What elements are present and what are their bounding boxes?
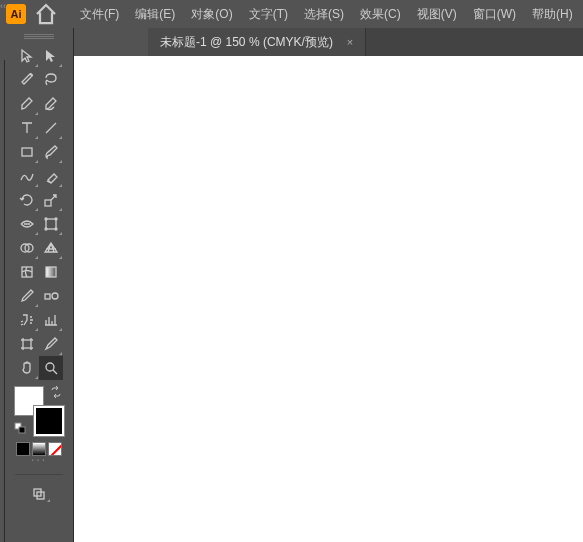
edit-toolbar-icon[interactable] [15, 456, 63, 460]
stroke-color-swatch[interactable] [34, 406, 64, 436]
shape-builder-tool[interactable] [15, 236, 39, 260]
document-tab-title: 未标题-1 @ 150 % (CMYK/预览) [160, 34, 333, 51]
slice-tool[interactable] [39, 332, 63, 356]
zoom-tool[interactable] [39, 356, 63, 380]
svg-rect-0 [22, 148, 32, 156]
close-tab-icon[interactable]: × [343, 35, 357, 49]
home-icon[interactable] [34, 2, 58, 26]
svg-rect-9 [22, 267, 32, 277]
menu-file[interactable]: 文件(F) [72, 0, 127, 28]
menu-view[interactable]: 视图(V) [409, 0, 465, 28]
line-tool[interactable] [39, 116, 63, 140]
svg-rect-1 [45, 200, 51, 206]
hand-tool[interactable] [15, 356, 39, 380]
svg-point-12 [52, 293, 58, 299]
type-tool[interactable] [15, 116, 39, 140]
svg-rect-10 [46, 267, 56, 277]
magic-wand-tool[interactable] [15, 68, 39, 92]
blend-tool[interactable] [39, 284, 63, 308]
color-mode-none[interactable] [48, 442, 62, 456]
gradient-tool[interactable] [39, 260, 63, 284]
app-logo-icon: Ai [6, 4, 26, 24]
pen-tool[interactable] [15, 92, 39, 116]
document-tab[interactable]: 未标题-1 @ 150 % (CMYK/预览) × [148, 28, 366, 56]
width-tool[interactable] [15, 212, 39, 236]
default-fill-stroke-icon[interactable] [14, 422, 26, 434]
scale-tool[interactable] [39, 188, 63, 212]
svg-rect-16 [19, 427, 25, 433]
svg-rect-2 [46, 219, 56, 229]
canvas[interactable] [74, 56, 583, 542]
color-mode-solid[interactable] [16, 442, 30, 456]
menu-window[interactable]: 窗口(W) [465, 0, 524, 28]
menu-object[interactable]: 对象(O) [183, 0, 240, 28]
column-graph-tool[interactable] [39, 308, 63, 332]
rotate-tool[interactable] [15, 188, 39, 212]
svg-rect-11 [45, 294, 50, 299]
symbol-sprayer-tool[interactable] [15, 308, 39, 332]
shaper-tool[interactable] [15, 164, 39, 188]
lasso-tool[interactable] [39, 68, 63, 92]
fill-stroke-swatches [14, 386, 64, 436]
svg-rect-13 [23, 340, 31, 348]
menu-type[interactable]: 文字(T) [241, 0, 296, 28]
document-area: 未标题-1 @ 150 % (CMYK/预览) × [74, 28, 583, 542]
free-transform-tool[interactable] [39, 212, 63, 236]
direct-selection-tool[interactable] [39, 44, 63, 68]
collapse-icon[interactable]: ‹‹ [0, 1, 6, 11]
draw-mode-icon[interactable] [27, 483, 51, 503]
swap-fill-stroke-icon[interactable] [50, 386, 62, 398]
menu-select[interactable]: 选择(S) [296, 0, 352, 28]
curvature-tool[interactable] [39, 92, 63, 116]
svg-point-14 [46, 363, 54, 371]
mesh-tool[interactable] [15, 260, 39, 284]
tool-panel [5, 28, 74, 542]
panel-grip-icon[interactable] [24, 34, 54, 40]
selection-tool[interactable] [15, 44, 39, 68]
document-tab-bar: 未标题-1 @ 150 % (CMYK/预览) × [148, 28, 583, 56]
rectangle-tool[interactable] [15, 140, 39, 164]
menu-bar: Ai 文件(F) 编辑(E) 对象(O) 文字(T) 选择(S) 效果(C) 视… [0, 0, 583, 28]
menu-help[interactable]: 帮助(H) [524, 0, 581, 28]
menu-edit[interactable]: 编辑(E) [127, 0, 183, 28]
eyedropper-tool[interactable] [15, 284, 39, 308]
eraser-tool[interactable] [39, 164, 63, 188]
paintbrush-tool[interactable] [39, 140, 63, 164]
perspective-grid-tool[interactable] [39, 236, 63, 260]
menu-effect[interactable]: 效果(C) [352, 0, 409, 28]
artboard-tool[interactable] [15, 332, 39, 356]
divider [15, 474, 63, 475]
